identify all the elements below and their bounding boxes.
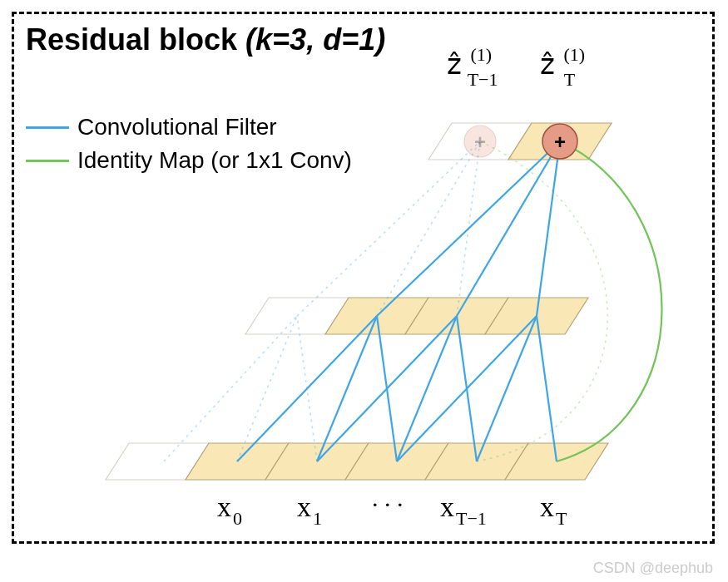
plus-icon: + [554,131,566,153]
bottom-row [106,443,608,480]
watermark: CSDN @deephub [593,560,713,577]
label-xT: xT [540,491,567,529]
svg-line-4 [317,316,377,461]
svg-line-15 [377,141,560,316]
label-zhat-Tm1: ẑ (1) T−1 [447,36,499,90]
svg-line-17 [537,141,560,316]
label-x1: x1 [297,491,322,529]
conv-lines-layer2 [297,141,560,316]
svg-line-1 [237,316,297,461]
conv-lines-layer1 [164,316,557,461]
top-labels: ẑ (1) T−1 ẑ (1) T [447,36,592,90]
plus-icon-ghost: + [474,131,486,153]
svg-line-3 [237,316,377,461]
svg-line-12 [297,141,480,316]
svg-line-9 [397,316,537,461]
label-xTm1: xT−1 [440,491,487,529]
diagram-frame: Residual block (k=3, d=1) Convolutional … [12,12,715,544]
svg-line-6 [317,316,457,461]
label-dots: · · · [372,491,404,518]
svg-line-11 [537,316,557,461]
bottom-labels: x0 x1 · · · xT−1 xT [217,491,567,529]
svg-line-13 [377,141,480,316]
label-zhat-T: ẑ (1) T [540,36,592,90]
svg-line-7 [397,316,457,461]
label-x0: x0 [217,491,242,529]
network-svg: + + ẑ (1) T−1 ẑ (1) T x0 x1 [14,14,717,546]
svg-line-10 [477,316,537,461]
svg-line-0 [164,316,297,461]
svg-line-16 [457,141,560,316]
